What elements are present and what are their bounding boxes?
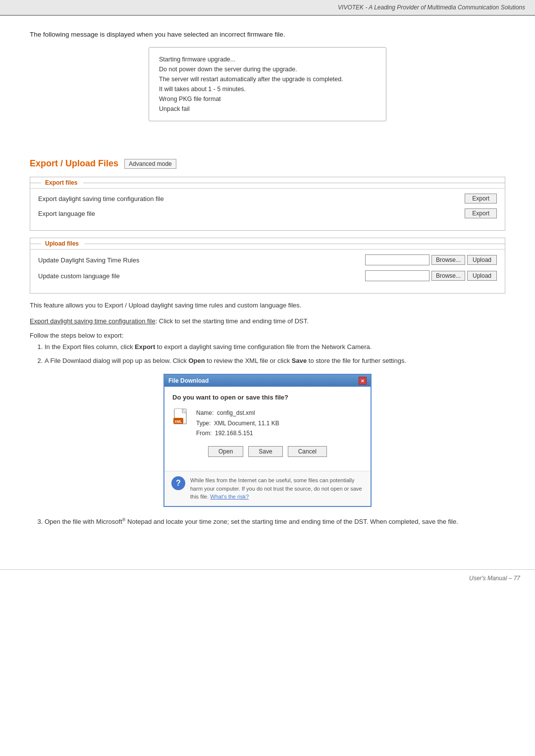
firmware-line-2: Do not power down the server during the … <box>159 64 376 74</box>
steps-intro: Follow the steps below to export: <box>30 332 505 339</box>
export-dst-label: Export daylight saving time configuratio… <box>38 195 465 202</box>
upload-dst-input[interactable] <box>365 254 429 265</box>
upload-dst-browse-button[interactable]: Browse... <box>431 255 465 265</box>
file-icon: XML <box>172 408 190 426</box>
advanced-mode-button[interactable]: Advanced mode <box>124 159 176 169</box>
dialog-question: Do you want to open or save this file? <box>172 394 363 401</box>
firmware-line-5: Wrong PKG file format <box>159 94 376 104</box>
header-bar: VIVOTEK - A Leading Provider of Multimed… <box>0 0 535 16</box>
upload-dst-row: Update Daylight Saving Time Rules Browse… <box>38 254 497 265</box>
firmware-message-box: Starting firmware upgrade... Do not powe… <box>149 47 386 121</box>
steps-list: In the Export files column, click Export… <box>45 342 505 366</box>
warning-link[interactable]: What's the risk? <box>210 494 249 500</box>
file-type-label: Type: <box>196 420 211 427</box>
dst-description: Export daylight saving time configuratio… <box>30 316 505 326</box>
feature-description: This feature allows you to Export / Uplo… <box>30 301 505 310</box>
upload-files-panel: Upload files Update Daylight Saving Time… <box>30 238 505 294</box>
warning-text: While files from the Internet can be use… <box>190 476 364 501</box>
section-title: Export / Upload Files <box>30 158 118 169</box>
upload-dst-controls: Browse... Upload <box>365 254 497 265</box>
firmware-line-6: Unpack fail <box>159 104 376 114</box>
upload-lang-browse-button[interactable]: Browse... <box>431 271 465 281</box>
step1-export-bold: Export <box>135 343 155 351</box>
export-dst-row: Export daylight saving time configuratio… <box>38 194 497 203</box>
section-header: Export / Upload Files Advanced mode <box>30 158 505 169</box>
upload-lang-row: Update custom language file Browse... Up… <box>38 270 497 281</box>
file-details: Name: config_dst.xml Type: XML Document,… <box>196 408 279 438</box>
feature-description-text: This feature allows you to Export / Uplo… <box>30 302 301 309</box>
file-name-label: Name: <box>196 409 214 416</box>
dialog-file-info: XML Name: config_dst.xml Type: XML Docum… <box>172 408 363 438</box>
dst-desc-text: : Click to set the starting time and end… <box>156 317 309 325</box>
dialog-title: File Download <box>168 377 209 384</box>
step-3: Open the file with Microsoft® Notepad an… <box>45 517 505 527</box>
upload-lang-upload-button[interactable]: Upload <box>467 271 497 281</box>
dialog-wrapper: File Download × Do you want to open or s… <box>30 374 505 507</box>
file-from-value: 192.168.5.151 <box>215 430 253 437</box>
upload-lang-label: Update custom language file <box>38 272 365 280</box>
step-1: In the Export files column, click Export… <box>45 342 505 352</box>
upload-lang-controls: Browse... Upload <box>365 270 497 281</box>
file-download-dialog: File Download × Do you want to open or s… <box>163 374 372 507</box>
firmware-line-1: Starting firmware upgrade... <box>159 54 376 64</box>
export-lang-row: Export language file Export <box>38 208 497 218</box>
step2-open-bold: Open <box>189 357 205 364</box>
svg-text:XML: XML <box>175 420 183 423</box>
footer-text: User's Manual – 77 <box>469 575 520 582</box>
dialog-warning: ? While files from the Internet can be u… <box>164 471 371 506</box>
upload-files-title: Upload files <box>41 238 83 249</box>
dialog-save-button[interactable]: Save <box>248 446 282 457</box>
dialog-titlebar: File Download × <box>164 375 371 387</box>
export-dst-button[interactable]: Export <box>465 194 497 203</box>
file-type-row: Type: XML Document, 11.1 KB <box>196 418 279 428</box>
dialog-body: Do you want to open or save this file? X… <box>164 387 371 471</box>
upload-dst-upload-button[interactable]: Upload <box>467 255 497 265</box>
file-from-row: From: 192.168.5.151 <box>196 428 279 438</box>
dialog-cancel-button[interactable]: Cancel <box>288 446 327 457</box>
upload-lang-input[interactable] <box>365 270 429 281</box>
intro-text: The following message is displayed when … <box>30 31 505 38</box>
dst-config-link: Export daylight saving time configuratio… <box>30 317 156 325</box>
footer: User's Manual – 77 <box>0 569 535 587</box>
file-name-row: Name: config_dst.xml <box>196 408 279 418</box>
export-lang-button[interactable]: Export <box>465 208 497 218</box>
firmware-line-4: It will takes about 1 - 5 minutes. <box>159 84 376 94</box>
steps-list-3: Open the file with Microsoft® Notepad an… <box>45 517 505 527</box>
firmware-line-3: The server will restart automatically af… <box>159 74 376 84</box>
step2-save-bold: Save <box>292 357 307 364</box>
upload-dst-label: Update Daylight Saving Time Rules <box>38 256 365 264</box>
header-title: VIVOTEK - A Leading Provider of Multimed… <box>338 4 525 11</box>
export-files-title: Export files <box>41 177 81 188</box>
step-2: A File Downlaod dialog will pop up as be… <box>45 356 505 366</box>
dialog-close-button[interactable]: × <box>359 377 367 385</box>
file-from-label: From: <box>196 430 212 437</box>
export-files-panel: Export files Export daylight saving time… <box>30 177 505 231</box>
dialog-open-button[interactable]: Open <box>208 446 243 457</box>
file-type-value: XML Document, 11.1 KB <box>214 420 279 427</box>
dialog-buttons: Open Save Cancel <box>172 446 363 457</box>
file-name-value: config_dst.xml <box>217 409 255 416</box>
warning-icon: ? <box>171 476 185 490</box>
export-lang-label: Export language file <box>38 210 465 217</box>
